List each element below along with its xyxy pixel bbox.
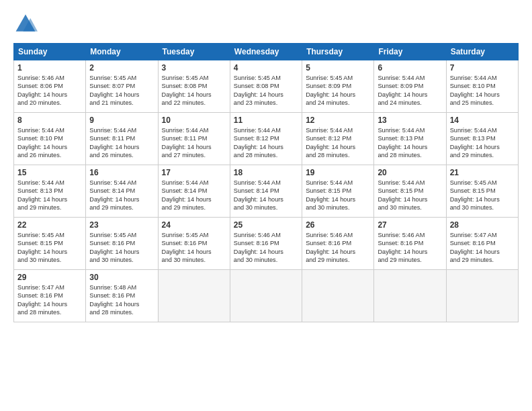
day-cell: 28Sunrise: 5:47 AM Sunset: 8:16 PM Dayli… bbox=[446, 218, 518, 270]
day-number: 16 bbox=[89, 168, 154, 177]
day-number: 14 bbox=[450, 116, 515, 125]
logo bbox=[13, 12, 42, 36]
day-number: 21 bbox=[450, 168, 515, 177]
day-cell: 11Sunrise: 5:44 AM Sunset: 8:12 PM Dayli… bbox=[230, 113, 302, 165]
week-row-3: 15Sunrise: 5:44 AM Sunset: 8:13 PM Dayli… bbox=[14, 165, 519, 218]
day-number: 19 bbox=[306, 168, 370, 177]
day-cell: 21Sunrise: 5:45 AM Sunset: 8:15 PM Dayli… bbox=[446, 165, 518, 218]
day-cell: 19Sunrise: 5:44 AM Sunset: 8:15 PM Dayli… bbox=[302, 165, 374, 218]
day-info: Sunrise: 5:45 AM Sunset: 8:07 PM Dayligh… bbox=[89, 74, 154, 107]
header-friday: Friday bbox=[374, 44, 446, 60]
day-info: Sunrise: 5:46 AM Sunset: 8:16 PM Dayligh… bbox=[306, 231, 370, 265]
day-cell: 17Sunrise: 5:44 AM Sunset: 8:14 PM Dayli… bbox=[158, 165, 230, 218]
day-info: Sunrise: 5:44 AM Sunset: 8:14 PM Dayligh… bbox=[89, 179, 154, 212]
day-number: 15 bbox=[17, 168, 82, 177]
day-cell: 7Sunrise: 5:44 AM Sunset: 8:10 PM Daylig… bbox=[446, 60, 518, 113]
day-info: Sunrise: 5:44 AM Sunset: 8:11 PM Dayligh… bbox=[162, 126, 226, 160]
day-cell: 29Sunrise: 5:47 AM Sunset: 8:16 PM Dayli… bbox=[14, 270, 86, 322]
day-number: 8 bbox=[17, 116, 82, 125]
day-cell bbox=[302, 270, 374, 322]
week-row-2: 8Sunrise: 5:44 AM Sunset: 8:10 PM Daylig… bbox=[14, 113, 519, 165]
day-info: Sunrise: 5:44 AM Sunset: 8:14 PM Dayligh… bbox=[162, 179, 226, 212]
day-cell: 16Sunrise: 5:44 AM Sunset: 8:14 PM Dayli… bbox=[86, 165, 158, 218]
day-number: 7 bbox=[450, 63, 515, 73]
day-number: 9 bbox=[89, 116, 154, 125]
day-info: Sunrise: 5:48 AM Sunset: 8:16 PM Dayligh… bbox=[89, 283, 154, 317]
header-sunday: Sunday bbox=[14, 44, 86, 60]
day-info: Sunrise: 5:45 AM Sunset: 8:08 PM Dayligh… bbox=[234, 74, 298, 107]
day-cell: 10Sunrise: 5:44 AM Sunset: 8:11 PM Dayli… bbox=[158, 113, 230, 165]
day-cell bbox=[374, 270, 446, 322]
day-cell: 27Sunrise: 5:46 AM Sunset: 8:16 PM Dayli… bbox=[374, 218, 446, 270]
day-cell: 3Sunrise: 5:45 AM Sunset: 8:08 PM Daylig… bbox=[158, 60, 230, 113]
day-info: Sunrise: 5:46 AM Sunset: 8:06 PM Dayligh… bbox=[17, 74, 82, 107]
day-info: Sunrise: 5:44 AM Sunset: 8:10 PM Dayligh… bbox=[17, 126, 82, 160]
day-number: 2 bbox=[89, 63, 154, 73]
day-cell: 6Sunrise: 5:44 AM Sunset: 8:09 PM Daylig… bbox=[374, 60, 446, 113]
day-number: 25 bbox=[234, 220, 298, 230]
day-cell bbox=[446, 270, 518, 322]
day-cell: 24Sunrise: 5:45 AM Sunset: 8:16 PM Dayli… bbox=[158, 218, 230, 270]
day-cell: 26Sunrise: 5:46 AM Sunset: 8:16 PM Dayli… bbox=[302, 218, 374, 270]
day-number: 29 bbox=[17, 273, 82, 282]
day-info: Sunrise: 5:46 AM Sunset: 8:16 PM Dayligh… bbox=[378, 231, 442, 265]
day-number: 28 bbox=[450, 220, 515, 230]
day-info: Sunrise: 5:45 AM Sunset: 8:15 PM Dayligh… bbox=[17, 231, 82, 265]
day-number: 1 bbox=[17, 63, 82, 73]
day-number: 24 bbox=[162, 220, 226, 230]
day-number: 17 bbox=[162, 168, 226, 177]
day-number: 22 bbox=[17, 220, 82, 230]
day-number: 4 bbox=[234, 63, 298, 73]
day-info: Sunrise: 5:44 AM Sunset: 8:13 PM Dayligh… bbox=[378, 126, 442, 160]
day-cell: 18Sunrise: 5:44 AM Sunset: 8:14 PM Dayli… bbox=[230, 165, 302, 218]
day-cell: 20Sunrise: 5:44 AM Sunset: 8:15 PM Dayli… bbox=[374, 165, 446, 218]
day-cell: 2Sunrise: 5:45 AM Sunset: 8:07 PM Daylig… bbox=[86, 60, 158, 113]
day-cell: 14Sunrise: 5:44 AM Sunset: 8:13 PM Dayli… bbox=[446, 113, 518, 165]
calendar-table: SundayMondayTuesdayWednesdayThursdayFrid… bbox=[13, 43, 519, 322]
header-saturday: Saturday bbox=[446, 44, 518, 60]
day-number: 11 bbox=[234, 116, 298, 125]
day-info: Sunrise: 5:45 AM Sunset: 8:09 PM Dayligh… bbox=[306, 74, 370, 107]
calendar-header-row: SundayMondayTuesdayWednesdayThursdayFrid… bbox=[14, 44, 519, 60]
day-info: Sunrise: 5:45 AM Sunset: 8:16 PM Dayligh… bbox=[89, 231, 154, 265]
day-info: Sunrise: 5:47 AM Sunset: 8:16 PM Dayligh… bbox=[450, 231, 515, 265]
day-cell: 25Sunrise: 5:46 AM Sunset: 8:16 PM Dayli… bbox=[230, 218, 302, 270]
day-number: 3 bbox=[162, 63, 226, 73]
calendar-body: 1Sunrise: 5:46 AM Sunset: 8:06 PM Daylig… bbox=[14, 60, 519, 322]
week-row-4: 22Sunrise: 5:45 AM Sunset: 8:15 PM Dayli… bbox=[14, 218, 519, 270]
day-cell: 22Sunrise: 5:45 AM Sunset: 8:15 PM Dayli… bbox=[14, 218, 86, 270]
day-cell: 8Sunrise: 5:44 AM Sunset: 8:10 PM Daylig… bbox=[14, 113, 86, 165]
week-row-1: 1Sunrise: 5:46 AM Sunset: 8:06 PM Daylig… bbox=[14, 60, 519, 113]
day-info: Sunrise: 5:45 AM Sunset: 8:16 PM Dayligh… bbox=[162, 231, 226, 265]
day-info: Sunrise: 5:44 AM Sunset: 8:15 PM Dayligh… bbox=[306, 179, 370, 212]
header-tuesday: Tuesday bbox=[158, 44, 230, 60]
day-info: Sunrise: 5:44 AM Sunset: 8:12 PM Dayligh… bbox=[234, 126, 298, 160]
week-row-5: 29Sunrise: 5:47 AM Sunset: 8:16 PM Dayli… bbox=[14, 270, 519, 322]
day-info: Sunrise: 5:47 AM Sunset: 8:16 PM Dayligh… bbox=[17, 283, 82, 317]
day-number: 13 bbox=[378, 116, 442, 125]
header-wednesday: Wednesday bbox=[230, 44, 302, 60]
day-number: 10 bbox=[162, 116, 226, 125]
day-number: 20 bbox=[378, 168, 442, 177]
day-cell bbox=[230, 270, 302, 322]
day-cell bbox=[158, 270, 230, 322]
day-cell: 5Sunrise: 5:45 AM Sunset: 8:09 PM Daylig… bbox=[302, 60, 374, 113]
day-number: 18 bbox=[234, 168, 298, 177]
day-info: Sunrise: 5:46 AM Sunset: 8:16 PM Dayligh… bbox=[234, 231, 298, 265]
day-number: 27 bbox=[378, 220, 442, 230]
day-number: 26 bbox=[306, 220, 370, 230]
day-cell: 30Sunrise: 5:48 AM Sunset: 8:16 PM Dayli… bbox=[86, 270, 158, 322]
day-cell: 1Sunrise: 5:46 AM Sunset: 8:06 PM Daylig… bbox=[14, 60, 86, 113]
day-info: Sunrise: 5:44 AM Sunset: 8:09 PM Dayligh… bbox=[378, 74, 442, 107]
day-cell: 15Sunrise: 5:44 AM Sunset: 8:13 PM Dayli… bbox=[14, 165, 86, 218]
day-info: Sunrise: 5:44 AM Sunset: 8:14 PM Dayligh… bbox=[234, 179, 298, 212]
day-info: Sunrise: 5:44 AM Sunset: 8:12 PM Dayligh… bbox=[306, 126, 370, 160]
day-number: 30 bbox=[89, 273, 154, 282]
logo-icon bbox=[13, 12, 38, 36]
day-cell: 4Sunrise: 5:45 AM Sunset: 8:08 PM Daylig… bbox=[230, 60, 302, 113]
day-info: Sunrise: 5:44 AM Sunset: 8:15 PM Dayligh… bbox=[378, 179, 442, 212]
day-info: Sunrise: 5:44 AM Sunset: 8:11 PM Dayligh… bbox=[89, 126, 154, 160]
header-thursday: Thursday bbox=[302, 44, 374, 60]
day-info: Sunrise: 5:45 AM Sunset: 8:15 PM Dayligh… bbox=[450, 179, 515, 212]
day-number: 23 bbox=[89, 220, 154, 230]
